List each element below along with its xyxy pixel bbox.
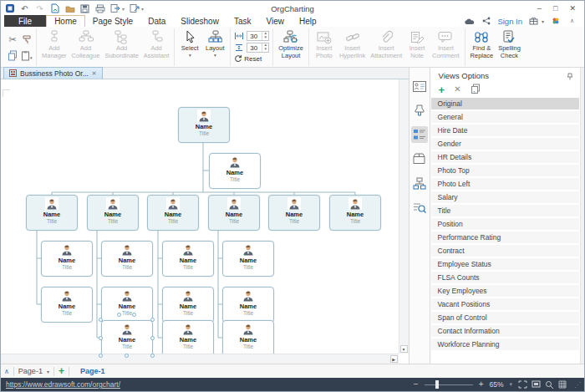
- org-node[interactable]: NameTitle: [329, 195, 381, 231]
- views-option-gender[interactable]: Gender: [431, 138, 579, 150]
- spinner-arrows[interactable]: ▲▼: [262, 43, 268, 52]
- find-replace-button[interactable]: Find &Replace: [468, 28, 496, 66]
- org-node[interactable]: NameTitle: [101, 287, 153, 323]
- container-icon[interactable]: [411, 150, 428, 167]
- org-node[interactable]: NameTitle: [208, 195, 260, 231]
- views-option-employee-status[interactable]: Employee Status: [431, 258, 579, 270]
- export-html-icon[interactable]: [129, 3, 140, 14]
- export-dropdown-caret[interactable]: ▾: [122, 6, 125, 12]
- fit-window-icon[interactable]: [532, 377, 541, 392]
- collapse-pagebar-icon[interactable]: ∧: [4, 368, 9, 375]
- card-style-icon[interactable]: [411, 78, 428, 94]
- cloud-icon[interactable]: [464, 16, 475, 26]
- org-node[interactable]: NameTitle: [26, 195, 78, 231]
- views-option-photo-left[interactable]: Photo Left: [431, 178, 579, 190]
- views-option-contract[interactable]: Contract: [431, 245, 579, 257]
- org-node[interactable]: NameTitle: [209, 153, 261, 189]
- data-fields-icon[interactable]: [411, 126, 428, 143]
- add-view-icon[interactable]: +: [439, 84, 445, 95]
- active-page-tab[interactable]: Page-1: [80, 367, 105, 375]
- quick-access-overflow-caret[interactable]: ▾: [141, 6, 144, 12]
- redo-icon[interactable]: ↷: [34, 3, 45, 14]
- horizontal-spacing-input[interactable]: 30 ▲▼: [247, 31, 269, 41]
- selection-handle[interactable]: [99, 354, 103, 358]
- org-node[interactable]: NameTitle: [162, 241, 214, 277]
- spell-check-button[interactable]: SpellingCheck: [496, 28, 523, 66]
- views-option-title[interactable]: Title: [431, 205, 579, 216]
- selection-handle[interactable]: [99, 336, 103, 340]
- scroll-right-button[interactable]: ▶: [390, 355, 398, 363]
- reset-spacing-button[interactable]: Reset: [234, 54, 269, 64]
- edrawsoft-link[interactable]: https://www.edrawsoft.com/orgchart/: [6, 380, 120, 389]
- menu-data[interactable]: Data: [140, 15, 173, 27]
- menu-home[interactable]: Home: [46, 15, 85, 27]
- zoom-region-icon[interactable]: [545, 377, 554, 392]
- views-option-contact-information[interactable]: Contact Information: [431, 325, 579, 337]
- resize-grip[interactable]: ⋰: [574, 381, 581, 389]
- minimize-button[interactable]: –: [537, 5, 542, 13]
- org-node[interactable]: NameTitle: [222, 320, 274, 356]
- selection-handle[interactable]: [150, 354, 155, 358]
- print-icon[interactable]: [94, 3, 105, 14]
- zoom-slider[interactable]: [425, 380, 473, 389]
- find-fields-icon[interactable]: [411, 199, 428, 216]
- menu-help[interactable]: Help: [292, 15, 324, 27]
- optimize-layout-button[interactable]: Optimize Layout: [276, 28, 306, 66]
- horizontal-scrollbar[interactable]: ▶: [1, 354, 399, 364]
- org-node[interactable]: NameTitle: [162, 320, 214, 356]
- close-button[interactable]: ✕: [569, 5, 576, 13]
- duplicate-view-icon[interactable]: [471, 82, 481, 97]
- menu-file[interactable]: File: [4, 15, 46, 27]
- page-selector-caret[interactable]: ▾: [47, 369, 49, 374]
- zoom-slider-thumb[interactable]: [435, 380, 439, 389]
- selection-handle[interactable]: [150, 336, 155, 340]
- select-button[interactable]: Select ▾: [177, 28, 202, 66]
- views-option-vacant-positions[interactable]: Vacant Positions: [431, 298, 579, 310]
- views-option-position[interactable]: Position: [431, 218, 579, 230]
- org-node[interactable]: NameTitle: [101, 241, 153, 277]
- views-option-flsa-counts[interactable]: FLSA Counts: [431, 272, 579, 283]
- zoom-out-button[interactable]: −: [414, 380, 419, 389]
- panel-scrollbar[interactable]: [580, 68, 584, 364]
- org-node[interactable]: NameTitle: [87, 195, 139, 231]
- org-node[interactable]: NameTitle: [178, 107, 230, 143]
- zoom-caret[interactable]: ▾: [509, 381, 512, 388]
- undo-icon[interactable]: ↶: [19, 3, 30, 14]
- org-node[interactable]: NameTitle: [162, 287, 214, 323]
- zoom-in-button[interactable]: +: [479, 380, 484, 389]
- views-option-photo-top[interactable]: Photo Top: [431, 165, 579, 176]
- share-icon[interactable]: [481, 16, 491, 26]
- org-node[interactable]: NameTitle: [147, 195, 199, 231]
- org-node[interactable]: NameTitle: [222, 287, 274, 323]
- selection-handle[interactable]: [117, 313, 121, 317]
- gift-icon[interactable]: [528, 16, 539, 26]
- paste-icon[interactable]: ▾: [20, 48, 33, 62]
- views-option-general[interactable]: General: [431, 111, 579, 123]
- cut-icon[interactable]: ✂: [7, 33, 18, 46]
- selection-handle[interactable]: [99, 318, 103, 322]
- vertical-scrollbar[interactable]: ▼: [399, 79, 409, 354]
- maximize-button[interactable]: □: [553, 5, 557, 13]
- theme-icon[interactable]: [411, 102, 428, 119]
- vertical-spacing-input[interactable]: 30 ▲▼: [247, 43, 269, 53]
- format-painter-icon[interactable]: [20, 33, 33, 46]
- fit-page-icon[interactable]: [518, 377, 527, 392]
- menu-page-style[interactable]: Page Style: [85, 15, 140, 27]
- export-icon[interactable]: [109, 3, 120, 14]
- menu-view[interactable]: View: [258, 15, 292, 27]
- views-option-span-of-control[interactable]: Span of Control: [431, 312, 579, 323]
- open-folder-icon[interactable]: [64, 3, 75, 14]
- new-file-icon[interactable]: [49, 3, 60, 14]
- views-option-key-employees[interactable]: Key Employees: [431, 285, 579, 297]
- copy-icon[interactable]: [7, 48, 18, 62]
- org-node[interactable]: NameTitle: [41, 241, 93, 277]
- pin-icon[interactable]: [567, 69, 573, 84]
- views-option-salary[interactable]: Salary: [431, 191, 579, 203]
- selection-handle[interactable]: [132, 313, 136, 317]
- document-tab[interactable]: Bussiness Photo Or... ✕: [3, 67, 103, 79]
- selection-handle[interactable]: [125, 354, 129, 358]
- layout-button[interactable]: Layout ▾: [202, 28, 227, 66]
- scroll-down-button[interactable]: ▼: [400, 345, 408, 353]
- views-option-original[interactable]: Original: [431, 98, 579, 109]
- save-icon[interactable]: [79, 3, 90, 14]
